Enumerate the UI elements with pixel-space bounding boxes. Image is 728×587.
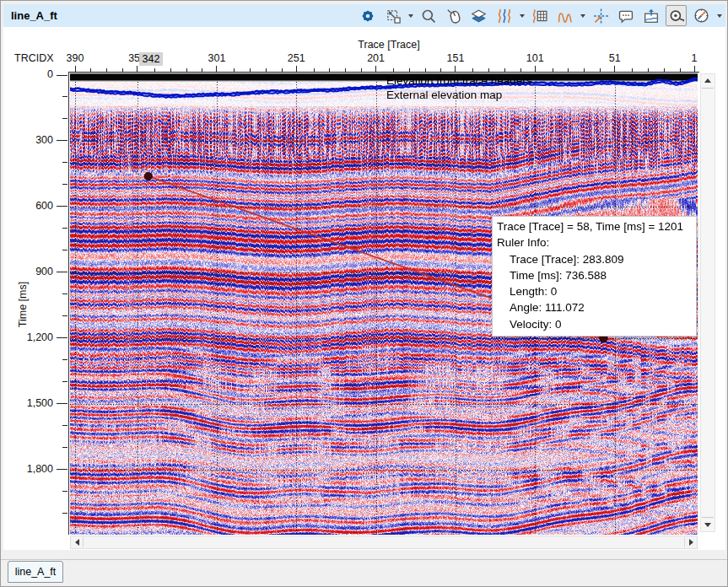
spectrum-dropdown-caret[interactable] bbox=[580, 14, 585, 18]
time-axis-line bbox=[68, 72, 69, 535]
panel-titlebar: line_A_ft bbox=[3, 4, 725, 27]
tooltip-entry: Length: 0 bbox=[497, 283, 691, 299]
ruler-tool-icon[interactable] bbox=[666, 5, 687, 26]
magnifier-icon[interactable] bbox=[418, 5, 439, 26]
tooltip-entry: Time [ms]: 736.588 bbox=[497, 267, 691, 283]
trace-cursor-readout: 342 bbox=[139, 52, 164, 66]
scroll-up-button[interactable] bbox=[701, 75, 715, 86]
tooltip-position-readout: Trace [Trace] = 58, Time [ms] = 1201 bbox=[497, 218, 691, 234]
panel-title: line_A_ft bbox=[11, 9, 57, 22]
mouse-mode-icon[interactable] bbox=[443, 5, 464, 26]
ruler-tooltip: Trace [Trace] = 58, Time [ms] = 1201 Rul… bbox=[492, 216, 697, 337]
vertical-scrollbar[interactable] bbox=[700, 73, 715, 532]
zoom-extent-dropdown-caret[interactable] bbox=[408, 14, 413, 18]
tooltip-entry: Trace [Trace]: 283.809 bbox=[497, 251, 691, 267]
trace-axis-title: Trace [Trace] bbox=[342, 39, 435, 51]
time-axis-title: Time [ms] bbox=[17, 279, 29, 330]
tooltip-section-title: Ruler Info: bbox=[497, 234, 691, 250]
scroll-right-button[interactable] bbox=[685, 536, 697, 548]
elevation-headers-label: Elevation from trace headers bbox=[386, 74, 532, 87]
wiggle-display-icon[interactable] bbox=[493, 5, 515, 26]
elevation-map-label: External elevation map bbox=[386, 89, 502, 101]
wiggle-table-icon[interactable] bbox=[529, 5, 550, 26]
settings-gear-icon[interactable] bbox=[357, 5, 378, 26]
compass-icon[interactable] bbox=[691, 5, 712, 26]
compass-dropdown-caret[interactable] bbox=[717, 14, 722, 18]
scroll-down-button[interactable] bbox=[701, 520, 715, 530]
zoom-extent-icon[interactable] bbox=[382, 5, 403, 26]
tooltip-entry: Velocity: 0 bbox=[497, 316, 691, 332]
application-window: line_A_ft bbox=[0, 0, 728, 587]
spectrum-icon[interactable] bbox=[554, 5, 575, 26]
tooltip-entry: Angle: 111.072 bbox=[497, 299, 691, 315]
layers-icon[interactable] bbox=[468, 5, 489, 26]
crosshair-picking-icon[interactable] bbox=[590, 5, 611, 26]
horizontal-scrollbar[interactable] bbox=[70, 536, 698, 549]
comment-icon[interactable] bbox=[615, 5, 636, 26]
tab-line-a-ft[interactable]: line_A_ft bbox=[8, 561, 63, 583]
toolbar bbox=[357, 5, 725, 26]
scroll-left-button[interactable] bbox=[71, 536, 83, 548]
tab-bar: line_A_ft bbox=[1, 560, 728, 587]
wiggle-display-dropdown-caret[interactable] bbox=[520, 14, 525, 18]
snapshot-icon[interactable] bbox=[640, 5, 661, 26]
corner-label: TRCIDX bbox=[14, 52, 53, 64]
